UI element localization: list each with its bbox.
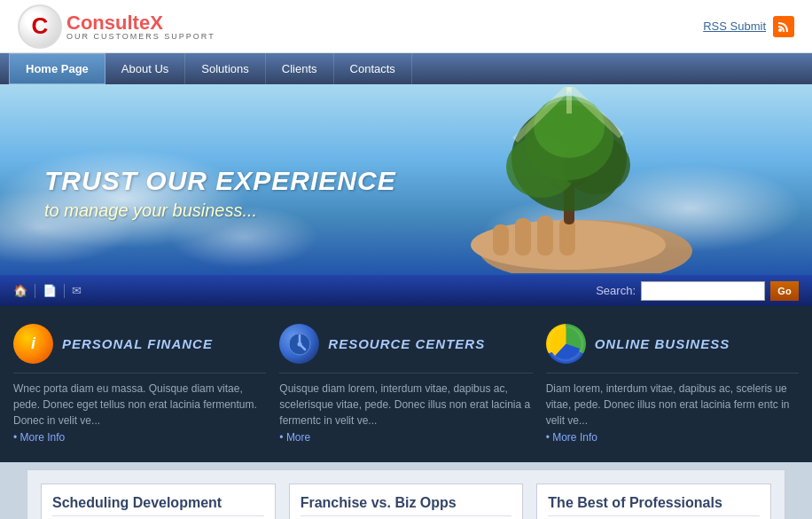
finance-text: Wnec porta diam eu massa. Quisque diam v… [13,381,266,429]
business-title: ONLINE BUSINESS [595,336,730,351]
logo-icon [18,4,62,49]
pie-chart-icon [546,324,586,364]
resource-divider [279,373,532,374]
finance-divider [13,373,266,374]
business-icon [546,324,586,364]
card-resource-centers: RESOURCE CENTERS Quisque diam lorem, int… [279,324,532,444]
rss-link[interactable]: RSS Submit [703,20,766,33]
rss-area: RSS Submit [703,16,794,37]
business-divider [546,373,799,374]
hero-title: TRUST OUR EXPERIENCE [44,166,396,196]
resource-icon-svg [287,332,312,357]
resource-title: RESOURCE CENTERS [328,336,485,351]
business-more-link[interactable]: More Info [546,431,597,444]
nav-home[interactable]: Home Page [9,53,105,84]
finance-icon: i [13,324,53,364]
nav-solutions[interactable]: Solutions [185,53,265,84]
nav-about[interactable]: About Us [105,53,185,84]
navbar: Home Page About Us Solutions Clients Con… [0,53,812,84]
toolbar-icon-3: ✉ [72,284,82,297]
hero-subtitle: to manage your business... [44,201,396,221]
toolbar-separator [35,284,35,298]
finance-title: PERSONAL FINANCE [62,336,213,351]
nav-clients[interactable]: Clients [266,53,334,84]
tree-svg [426,87,710,273]
home-toolbar-icon: 🏠 [13,284,27,297]
search-input[interactable] [641,281,765,301]
toolbar-icon-2: 📄 [43,284,57,297]
finance-icon-letter: i [31,334,35,353]
card-personal-finance: i PERSONAL FINANCE Wnec porta diam eu ma… [13,324,266,444]
resource-icon [279,324,319,364]
logo-tagline: OUR CUSTOMERS SUPPORT [66,32,215,41]
logo-name: ConsulteX [66,12,163,34]
bottom-container: Scheduling Development Otuer adipiscing … [0,462,812,519]
svg-point-0 [778,28,782,32]
svg-rect-5 [537,216,553,256]
business-text: Diam lorem, interdum vitae, dapibus ac, … [546,381,799,429]
search-label: Search: [596,284,636,297]
logo-text: ConsulteX [66,12,163,34]
toolbar: 🏠 📄 ✉ Search: Go [0,275,812,306]
rss-icon[interactable] [773,16,794,37]
bottom-card-franchise: Franchise vs. Biz Opps Phasellus porta. … [289,484,524,519]
svg-rect-3 [493,224,509,256]
nav-contacts[interactable]: Contacts [334,53,412,84]
card-header-resource: RESOURCE CENTERS [279,324,532,364]
search-button[interactable]: Go [770,281,799,301]
professionals-title: The Best of Professionals [548,495,760,516]
logo-text-block: ConsulteX OUR CUSTOMERS SUPPORT [66,12,215,41]
svg-rect-4 [515,218,531,256]
hero-text: TRUST OUR EXPERIENCE to manage your busi… [0,139,396,221]
scheduling-title: Scheduling Development [52,495,264,516]
header: ConsulteX OUR CUSTOMERS SUPPORT RSS Subm… [0,0,812,53]
franchise-title: Franchise vs. Biz Opps [301,495,512,516]
bottom-section: Scheduling Development Otuer adipiscing … [27,469,785,519]
card-header-finance: i PERSONAL FINANCE [13,324,266,364]
cards-section: i PERSONAL FINANCE Wnec porta diam eu ma… [0,306,812,462]
finance-more-link[interactable]: More Info [13,431,65,444]
hero-tree-image [413,84,723,275]
search-area: Search: Go [596,281,799,301]
toolbar-separator-2 [64,284,65,298]
bottom-card-professionals: The Best of Professionals > HOME-IMPROVE… [536,484,771,519]
bottom-card-scheduling: Scheduling Development Otuer adipiscing … [41,484,276,519]
resource-more-link[interactable]: More [279,431,310,444]
card-header-business: ONLINE BUSINESS [546,324,799,364]
svg-point-19 [297,342,301,346]
resource-text: Quisque diam lorem, interdum vitae, dapi… [279,381,532,429]
hero-banner: TRUST OUR EXPERIENCE to manage your busi… [0,84,812,275]
card-online-business: ONLINE BUSINESS Diam lorem, interdum vit… [546,324,799,444]
logo-area: ConsulteX OUR CUSTOMERS SUPPORT [18,4,215,49]
toolbar-left: 🏠 📄 ✉ [13,284,82,298]
